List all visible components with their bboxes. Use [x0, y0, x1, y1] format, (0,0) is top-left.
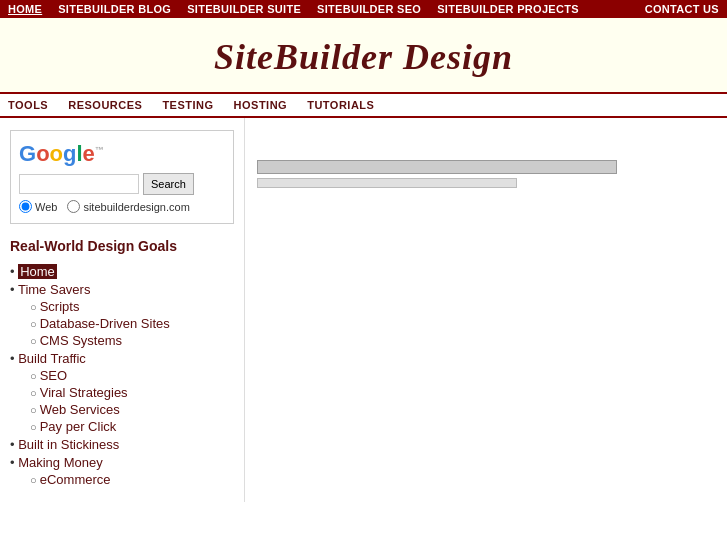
main-content: Google™ Search Web sitebuilderdesign.com… [0, 118, 727, 502]
sub-item-cms: CMS Systems [30, 333, 234, 348]
nav-contact[interactable]: CONTACT US [645, 3, 719, 15]
nav-testing[interactable]: TESTING [162, 99, 213, 111]
sub-link-web-services[interactable]: Web Services [40, 402, 120, 417]
nav-link-making-money[interactable]: Making Money [18, 455, 103, 470]
sub-list-time-savers: Scripts Database-Driven Sites CMS System… [10, 299, 234, 348]
sub-item-ppc: Pay per Click [30, 419, 234, 434]
radio-site-text: sitebuilderdesign.com [83, 201, 189, 213]
sub-item-seo: SEO [30, 368, 234, 383]
nav-projects[interactable]: SITEBUILDER PROJECTS [437, 3, 579, 15]
nav-resources[interactable]: RESOURCES [68, 99, 142, 111]
radio-web-label[interactable]: Web [19, 200, 57, 213]
nav-item-home: Home [10, 264, 234, 279]
nav-tutorials[interactable]: TUTORIALS [307, 99, 374, 111]
nav-home[interactable]: HOME [8, 3, 42, 15]
nav-suite[interactable]: SITEBUILDER SUITE [187, 3, 301, 15]
nav-tools[interactable]: TOOLS [8, 99, 48, 111]
google-logo: Google™ [19, 141, 225, 167]
sub-link-viral[interactable]: Viral Strategies [40, 385, 128, 400]
search-scope-row: Web sitebuilderdesign.com [19, 200, 225, 213]
nav-blog[interactable]: SITEBUILDER BLOG [58, 3, 171, 15]
radio-site-label[interactable]: sitebuilderdesign.com [67, 200, 189, 213]
sub-item-scripts: Scripts [30, 299, 234, 314]
content-bar-line2 [257, 178, 517, 188]
site-header: SiteBuilder Design [0, 18, 727, 94]
site-title: SiteBuilder Design [0, 36, 727, 78]
nav-link-home[interactable]: Home [18, 264, 57, 279]
main-content-area [245, 118, 727, 502]
sub-list-build-traffic: SEO Viral Strategies Web Services Pay pe… [10, 368, 234, 434]
sub-link-ecommerce[interactable]: eCommerce [40, 472, 111, 487]
google-search-input[interactable] [19, 174, 139, 194]
nav-hosting[interactable]: HOSTING [234, 99, 288, 111]
sub-item-ecommerce: eCommerce [30, 472, 234, 487]
content-placeholder [257, 160, 715, 188]
nav-seo[interactable]: SITEBUILDER SEO [317, 3, 421, 15]
sub-link-seo[interactable]: SEO [40, 368, 67, 383]
sidebar-nav-list: Home Time Savers Scripts Database-Driven… [10, 264, 234, 487]
nav-item-stickiness: Built in Stickiness [10, 437, 234, 452]
content-bar-line1 [257, 160, 617, 174]
sub-item-database: Database-Driven Sites [30, 316, 234, 331]
google-search-widget: Google™ Search Web sitebuilderdesign.com [10, 130, 234, 224]
nav-link-build-traffic[interactable]: Build Traffic [18, 351, 86, 366]
sub-link-ppc[interactable]: Pay per Click [40, 419, 117, 434]
nav-link-stickiness[interactable]: Built in Stickiness [18, 437, 119, 452]
radio-web[interactable] [19, 200, 32, 213]
sub-link-scripts[interactable]: Scripts [40, 299, 80, 314]
sub-list-making-money: eCommerce [10, 472, 234, 487]
nav-item-build-traffic: Build Traffic SEO Viral Strategies Web S… [10, 351, 234, 434]
sub-item-web-services: Web Services [30, 402, 234, 417]
top-navigation: HOME SITEBUILDER BLOG SITEBUILDER SUITE … [0, 0, 727, 18]
sidebar-section-title: Real-World Design Goals [10, 238, 234, 254]
search-row: Search [19, 173, 225, 195]
radio-web-text: Web [35, 201, 57, 213]
radio-site[interactable] [67, 200, 80, 213]
sub-item-viral: Viral Strategies [30, 385, 234, 400]
sub-link-cms[interactable]: CMS Systems [40, 333, 122, 348]
nav-link-time-savers[interactable]: Time Savers [18, 282, 90, 297]
secondary-navigation: TOOLS RESOURCES TESTING HOSTING TUTORIAL… [0, 94, 727, 118]
nav-item-making-money: Making Money eCommerce [10, 455, 234, 487]
nav-item-time-savers: Time Savers Scripts Database-Driven Site… [10, 282, 234, 348]
sub-link-database[interactable]: Database-Driven Sites [40, 316, 170, 331]
google-search-button[interactable]: Search [143, 173, 194, 195]
sidebar: Google™ Search Web sitebuilderdesign.com… [0, 118, 245, 502]
